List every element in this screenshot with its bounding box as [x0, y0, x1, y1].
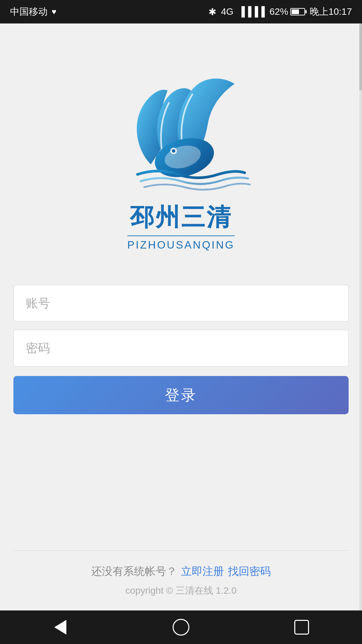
status-bar: 中国移动 ♥ ✱ 4G ▐▐▐▐ 62% 晚上10:17	[0, 0, 362, 23]
form-section: 登录	[13, 285, 349, 414]
home-icon	[173, 619, 189, 636]
nav-bar	[0, 610, 362, 644]
nav-recent-button[interactable]	[290, 615, 313, 639]
no-account-text: 还没有系统帐号？	[91, 564, 177, 579]
carrier-text: 中国移动	[10, 5, 48, 18]
app-logo	[111, 57, 251, 198]
scrollbar-thumb	[359, 23, 362, 91]
svg-point-3	[172, 149, 175, 153]
logo-section: 邳州三清 PIZHOUSANQING	[111, 57, 251, 251]
time-text: 晚上10:17	[310, 5, 352, 18]
account-input[interactable]	[13, 285, 349, 322]
password-input[interactable]	[13, 330, 349, 367]
status-right: ✱ 4G ▐▐▐▐ 62% 晚上10:17	[208, 5, 352, 18]
bottom-section: 还没有系统帐号？ 立即注册 找回密码 copyright © 三清在线 1.2.…	[13, 550, 349, 610]
status-left: 中国移动 ♥	[10, 5, 56, 18]
scrollbar	[359, 23, 362, 610]
main-content: 邳州三清 PIZHOUSANQING 登录 还没有系统帐号？ 立即注册 找回密码…	[0, 23, 362, 610]
recover-password-link[interactable]: 找回密码	[228, 564, 271, 579]
brand-name-pinyin: PIZHOUSANQING	[127, 235, 235, 251]
brand-name-chinese: 邳州三清	[130, 201, 232, 233]
recent-icon	[294, 620, 309, 635]
back-icon	[54, 620, 66, 635]
nav-back-button[interactable]	[49, 615, 72, 639]
battery-indicator: 62%	[269, 6, 305, 17]
network-icon: 4G	[221, 6, 233, 17]
register-row: 还没有系统帐号？ 立即注册 找回密码	[91, 564, 271, 579]
bluetooth-icon: ✱	[208, 6, 216, 17]
copyright-text: copyright © 三清在线 1.2.0	[125, 584, 237, 597]
nav-home-button[interactable]	[169, 615, 193, 639]
register-link[interactable]: 立即注册	[181, 564, 224, 579]
signal-icon: ▐▐▐▐	[238, 6, 265, 17]
battery-box	[290, 8, 305, 15]
login-button[interactable]: 登录	[13, 376, 349, 414]
battery-fill	[292, 9, 299, 14]
health-icon: ♥	[52, 7, 56, 16]
battery-percent: 62%	[269, 6, 288, 17]
